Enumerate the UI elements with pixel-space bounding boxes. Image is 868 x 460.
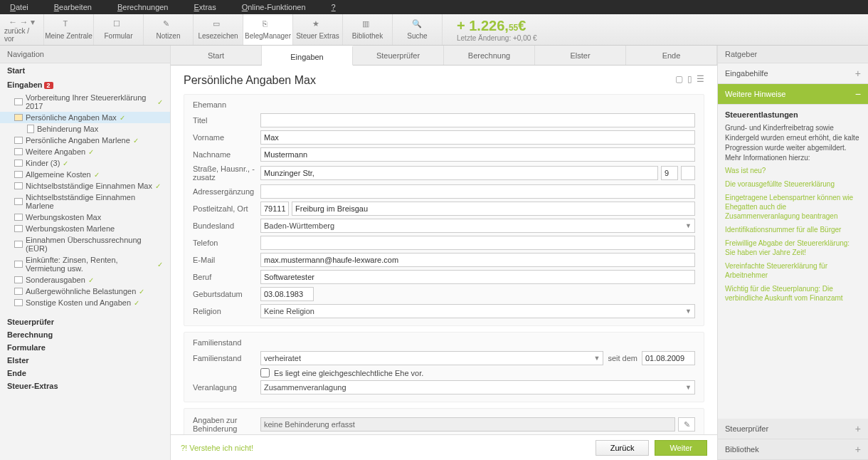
adressergaenzung-input[interactable] (260, 184, 695, 199)
check-icon: ✓ (157, 98, 163, 106)
tab-elster[interactable]: Elster (535, 46, 626, 65)
check-icon: ✓ (133, 137, 139, 145)
hinweis-link[interactable]: Die vorausgefüllte Steuererklärung (725, 179, 861, 189)
nav-item[interactable]: Allgemeine Kosten✓ (0, 169, 170, 180)
hinweis-link[interactable]: Vereinfachte Steuererklärung für Arbeitn… (725, 261, 861, 280)
beruf-input[interactable] (260, 270, 695, 284)
eingabehilfe-section[interactable]: Eingabehilfe+ (718, 63, 868, 84)
nav-section-ende[interactable]: Ende (0, 367, 170, 380)
toolbar-bibliothek[interactable]: ▥Bibliothek (343, 14, 393, 45)
toolbar-formular[interactable]: ☐Formular (94, 14, 144, 45)
nav-section-steuerprüfer[interactable]: Steuerprüfer (0, 315, 170, 328)
nav-header: Navigation (0, 46, 170, 63)
folder-icon (14, 241, 23, 248)
seit-dem-input[interactable] (642, 351, 695, 365)
religion-select[interactable]: Keine Religion▼ (260, 304, 695, 318)
toolbar-meine-zentrale[interactable]: TMeine Zentrale (44, 14, 94, 45)
bundesland-select[interactable]: Baden-Württemberg▼ (260, 219, 695, 233)
hinweis-link[interactable]: Was ist neu? (725, 166, 861, 175)
nav-item[interactable]: Nichtselbstständige Einnahmen Max✓ (0, 180, 170, 192)
help-link[interactable]: ?! Verstehe ich nicht! (181, 444, 253, 452)
nav-item[interactable]: Werbungskosten Max (0, 211, 170, 223)
view-icon-3[interactable]: ☰ (697, 74, 704, 84)
section-familienstand: Familienstand (184, 338, 704, 350)
menu-online-funktionen[interactable]: Online-Funktionen (229, 3, 319, 11)
nav-section-steuer-extras[interactable]: Steuer-Extras (0, 380, 170, 392)
hinweis-link[interactable]: Identifikationsnummer für alle Bürger (725, 225, 861, 234)
check-icon: ✓ (157, 261, 163, 268)
tab-steuerprüfer[interactable]: Steuerprüfer (353, 46, 444, 65)
vorname-input[interactable] (260, 130, 695, 145)
nav-item[interactable]: Persönliche Angaben Marlene✓ (0, 135, 170, 146)
hausnr-zusatz-input[interactable] (681, 166, 695, 180)
toolbar-notizen[interactable]: ✎Notizen (144, 14, 194, 45)
star-icon: ★ (312, 19, 324, 31)
nav-item[interactable]: Vorbereitung Ihrer Steuererklärung 2017✓ (0, 92, 170, 112)
check-icon: ✓ (94, 171, 100, 179)
nav-item[interactable]: Einnahmen Überschussrechnung (EÜR) (0, 234, 170, 254)
nav-back-forward[interactable]: ← → ▾ zurück / vor (0, 14, 44, 45)
book-icon: ▭ (213, 19, 224, 31)
nav-section-start[interactable]: Start (0, 63, 170, 78)
menu-datei[interactable]: Datei (7, 3, 41, 11)
tab-start[interactable]: Start (171, 46, 262, 65)
strasse-input[interactable] (260, 166, 658, 180)
telefon-input[interactable] (260, 236, 695, 250)
view-mode-icons[interactable]: ▢ ▯ ☰ (675, 74, 704, 84)
nav-section-formulare[interactable]: Formulare (0, 341, 170, 354)
veranlagung-select[interactable]: Zusammenveranlagung▼ (260, 380, 695, 394)
email-input[interactable] (260, 253, 695, 267)
nav-item[interactable]: Außergewöhnliche Belastungen✓ (0, 286, 170, 297)
view-icon-1[interactable]: ▢ (675, 74, 683, 84)
view-icon-2[interactable]: ▯ (687, 74, 692, 84)
tab-ende[interactable]: Ende (626, 46, 717, 65)
nav-item[interactable]: Werbungskosten Marlene (0, 223, 170, 234)
plz-input[interactable] (260, 202, 289, 216)
nav-item[interactable]: Einkünfte: Zinsen, Renten, Vermietung us… (0, 254, 170, 274)
menu-berechnungen[interactable]: Berechnungen (105, 3, 181, 11)
nav-item[interactable]: Sonderausgaben✓ (0, 274, 170, 286)
nav-item[interactable]: Behinderung Max (0, 123, 170, 135)
nav-section-eingaben[interactable]: Eingaben2 (0, 78, 170, 92)
folder-icon (14, 288, 23, 295)
next-button[interactable]: Weiter (655, 440, 707, 456)
hinweis-link[interactable]: Wichtig für die Steuerplanung: Die verbi… (725, 284, 861, 303)
menu-bearbeiten[interactable]: Bearbeiten (41, 3, 105, 11)
nav-item[interactable]: Sonstige Kosten und Angaben✓ (0, 297, 170, 308)
nav-section-elster[interactable]: Elster (0, 354, 170, 367)
lib-icon: ▥ (362, 19, 374, 31)
tab-eingaben[interactable]: Eingaben (262, 46, 353, 66)
titel-input[interactable] (260, 113, 695, 127)
nav-item[interactable]: Kinder (3)✓ (0, 157, 170, 169)
doc-icon (27, 125, 34, 133)
folder-icon (14, 276, 23, 283)
T-icon: T (63, 19, 75, 31)
hinweis-link[interactable]: Eingetragene Lebenspartner können wie Eh… (725, 193, 861, 221)
geburtsdatum-input[interactable] (260, 287, 314, 301)
back-button[interactable]: Zurück (596, 440, 650, 456)
nav-item[interactable]: Persönliche Angaben Max✓ (0, 112, 170, 123)
footer: ?! Verstehe ich nicht! Zurück Weiter (171, 434, 717, 460)
gleichgeschlechtlich-checkbox[interactable] (260, 368, 270, 377)
tab-berechnung[interactable]: Berechnung (444, 46, 535, 65)
hausnr-input[interactable] (661, 166, 678, 180)
check-icon: ✓ (88, 276, 94, 284)
weitere-hinweise-section[interactable]: Weitere Hinweise− (718, 84, 868, 105)
right-section-bibliothek[interactable]: Bibliothek+ (718, 439, 868, 460)
nav-section-berechnung[interactable]: Berechnung (0, 328, 170, 341)
menu-extras[interactable]: Extras (181, 3, 229, 11)
folder-icon (14, 160, 23, 167)
familienstand-select[interactable]: verheiratet▼ (260, 351, 603, 365)
toolbar-lesezeichen[interactable]: ▭Lesezeichen (194, 14, 243, 45)
nachname-input[interactable] (260, 147, 695, 162)
toolbar-belegmanager[interactable]: ⎘BelegManager (243, 14, 293, 45)
menu-?[interactable]: ? (319, 3, 349, 11)
ort-input[interactable] (292, 202, 695, 216)
nav-item[interactable]: Weitere Angaben✓ (0, 146, 170, 157)
nav-item[interactable]: Nichtselbstständige Einnahmen Marlene (0, 192, 170, 211)
toolbar-steuer-extras[interactable]: ★Steuer Extras (293, 14, 343, 45)
hinweis-link[interactable]: Freiwillige Abgabe der Steuererklärung: … (725, 239, 861, 257)
edit-behinderung-button[interactable]: ✎ (678, 417, 695, 432)
right-section-steuerprüfer[interactable]: Steuerprüfer+ (718, 419, 868, 439)
toolbar-suche[interactable]: 🔍Suche (393, 14, 443, 45)
